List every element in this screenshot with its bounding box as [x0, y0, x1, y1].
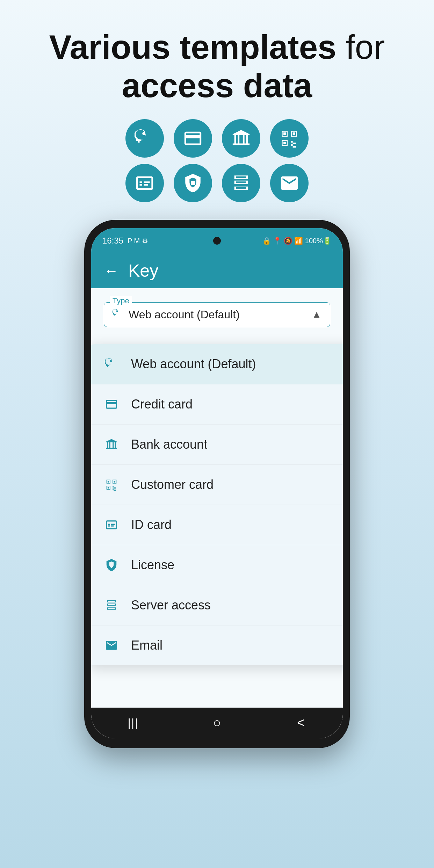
header-bold-2: access data — [122, 67, 312, 104]
dropdown-arrow-icon: ▲ — [312, 309, 321, 320]
status-left: 16:35 P M ⚙ — [102, 236, 148, 246]
dropdown-item-customer-card[interactable]: Customer card — [91, 465, 343, 505]
credit-card-item-icon — [103, 398, 120, 411]
email-template-icon — [270, 164, 309, 202]
back-nav-button[interactable]: < — [287, 709, 315, 737]
key-template-icon — [125, 119, 164, 158]
template-icons-grid — [0, 119, 434, 202]
qr-item-icon — [103, 478, 120, 491]
dropdown-item-web-account[interactable]: Web account (Default) — [91, 344, 343, 384]
dropdown-label-id-card: ID card — [131, 518, 172, 532]
credit-card-svg — [183, 128, 203, 149]
header-normal-1: for — [346, 28, 385, 66]
bank-item-icon — [103, 438, 120, 451]
type-selected-left: Web account (Default) — [113, 308, 240, 321]
status-right: 🔒 📍 🔕 📶 100%🔋 — [262, 237, 332, 245]
icon-row-1 — [125, 119, 309, 158]
web-account-icon — [103, 357, 120, 371]
qr-svg — [279, 128, 299, 149]
dropdown-item-credit-card[interactable]: Credit card — [91, 384, 343, 425]
app-title: Key — [128, 261, 158, 281]
bank-svg — [231, 128, 251, 149]
id-card-item-icon — [103, 518, 120, 531]
phone-camera — [213, 237, 221, 245]
dropdown-item-license[interactable]: License — [91, 545, 343, 585]
email-item-icon — [103, 639, 120, 652]
dropdown-label-web-account: Web account (Default) — [131, 357, 256, 371]
recent-apps-button[interactable]: ||| — [119, 709, 147, 737]
dropdown-item-server-access[interactable]: Server access — [91, 585, 343, 625]
dropdown-menu: Web account (Default) Credit card Bank a… — [91, 344, 343, 665]
status-icons-right: 🔒 📍 🔕 📶 100%🔋 — [262, 237, 332, 245]
bank-template-icon — [222, 119, 260, 158]
phone-frame: 16:35 P M ⚙ 🔒 📍 🔕 📶 100%🔋 ← Key Type — [84, 220, 350, 748]
status-bar: 16:35 P M ⚙ 🔒 📍 🔕 📶 100%🔋 — [91, 228, 343, 253]
screen-content: Type Web account (Default) ▲ — [91, 288, 343, 708]
license-svg — [183, 173, 203, 193]
back-button[interactable]: ← — [104, 263, 118, 278]
id-card-svg — [135, 173, 155, 193]
phone-screen: 16:35 P M ⚙ 🔒 📍 🔕 📶 100%🔋 ← Key Type — [91, 228, 343, 738]
status-icons-left: P M ⚙ — [128, 237, 148, 245]
icon-row-2 — [125, 164, 309, 202]
bottom-nav: ||| ○ < — [91, 708, 343, 738]
server-svg — [231, 173, 251, 193]
id-card-template-icon — [125, 164, 164, 202]
header-bold-1: Various templates — [49, 28, 337, 66]
dropdown-label-email: Email — [131, 638, 162, 653]
server-template-icon — [222, 164, 260, 202]
license-template-icon — [174, 164, 212, 202]
dropdown-label-credit-card: Credit card — [131, 397, 193, 412]
email-svg — [279, 173, 299, 193]
type-selected-icon — [113, 309, 122, 321]
dropdown-label-customer-card: Customer card — [131, 477, 214, 492]
qr-template-icon — [270, 119, 309, 158]
type-label: Type — [110, 296, 132, 305]
app-bar: ← Key — [91, 253, 343, 288]
dropdown-label-server-access: Server access — [131, 598, 211, 613]
dropdown-item-bank-account[interactable]: Bank account — [91, 425, 343, 465]
status-time: 16:35 — [102, 236, 123, 246]
credit-card-template-icon — [174, 119, 212, 158]
home-button[interactable]: ○ — [203, 709, 231, 737]
dropdown-label-bank-account: Bank account — [131, 437, 207, 452]
dropdown-item-id-card[interactable]: ID card — [91, 505, 343, 545]
license-item-icon — [103, 558, 120, 572]
type-selected-row: Web account (Default) ▲ — [113, 308, 321, 321]
type-selected-text: Web account (Default) — [129, 308, 240, 321]
dropdown-item-email[interactable]: Email — [91, 625, 343, 665]
key-svg — [135, 128, 155, 149]
type-dropdown-container[interactable]: Type Web account (Default) ▲ — [104, 302, 330, 327]
server-item-icon — [103, 599, 120, 612]
dropdown-label-license: License — [131, 558, 174, 572]
header-section: Various templates for access data — [0, 0, 434, 119]
